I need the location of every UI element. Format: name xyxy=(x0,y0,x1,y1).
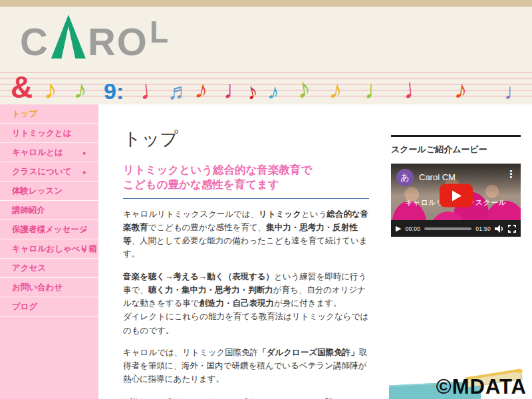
submenu-arrow-icon: ▸ xyxy=(83,149,86,156)
sidebar-item-classes[interactable]: クラスについて ▸ xyxy=(0,162,98,182)
headline-line1: リトミックという総合的な音楽教育で xyxy=(123,162,369,177)
site-header: C R O L xyxy=(0,7,532,63)
video-current-time: 00:00 xyxy=(405,225,420,232)
method-paragraph: 音楽を聴く→考える→動く（表現する）という練習を即時に行う事で、聴く力・集中力・… xyxy=(123,270,369,337)
logo-letter-a-green-triangle xyxy=(51,15,86,59)
sidebar-item-about-carol[interactable]: キャロルとは ▸ xyxy=(0,143,98,162)
youtube-video-embed[interactable]: あ Carol CM ⋮ キャロルリトミックスクール ▶ 00:00 01:50 xyxy=(391,164,521,237)
quarter-note-icon: ♩ xyxy=(364,77,390,102)
sidebar-item-rhythmique[interactable]: リトミックとは xyxy=(0,124,98,143)
music-staff: &♪♪9:♩♬♪♩♪♪♪♪♩♩♪♩ xyxy=(0,63,532,104)
text-segment: 音楽を聴く→考える→動く（表現する） xyxy=(123,272,274,281)
eighth-note-icon: ♪ xyxy=(44,76,57,102)
headline: リトミックという総合的な音楽教育で こどもの豊かな感性を育てます xyxy=(123,162,369,199)
top-border-strip xyxy=(0,0,532,7)
text-segment: 聴く力・集中力・思考力・判断力 xyxy=(148,285,273,295)
method-paragraph-text: 音楽を聴く→考える→動く（表現する）という練習を即時に行う事で、聴く力・集中力・… xyxy=(123,272,366,309)
sidebar-item-label: キャロルとは xyxy=(12,147,63,158)
submenu-arrow-icon: ▸ xyxy=(83,245,86,253)
fullscreen-icon[interactable] xyxy=(508,225,516,233)
map-illustration-fragment: ©MDATA xyxy=(389,356,532,399)
logo-letter-c: C xyxy=(20,25,49,59)
video-menu-icon[interactable]: ⋮ xyxy=(506,168,516,180)
treble-clef-icon: & xyxy=(11,72,33,102)
page: C R O L &♪♪9:♩♬♪♩♪♪♪♪♩♩♪♩ トップ リトミックとは キャ… xyxy=(0,0,532,399)
sidebar-item-trial-lesson[interactable]: 体験レッスン xyxy=(0,182,98,201)
sidebar-item-label: ブログ xyxy=(12,301,37,313)
text-segment: でこどもの豊かな感性を育て、 xyxy=(148,223,267,232)
method-paragraph-line2: ダイレクトにこれらの能力を育てる教育法はリトミックならではのものです。 xyxy=(123,312,368,334)
beamed-notes-icon: ♬ xyxy=(168,80,190,102)
mdata-watermark: ©MDATA xyxy=(436,375,527,399)
eighth-note-icon: ♪ xyxy=(328,76,344,104)
pointing-hand-icon: ☝ xyxy=(123,396,129,399)
logo-letter-r: R xyxy=(88,25,117,59)
sidebar-item-label: 講師紹介 xyxy=(12,205,45,216)
text-segment: キャロルでは、リトミック国際免許 xyxy=(123,348,258,357)
more-info-line: ☝詳しくは「リトミックとは」「キャロルとは」をご覧ください xyxy=(123,396,369,399)
sidebar-item-label: 保護者様メッセージ xyxy=(12,224,88,235)
eighth-note-icon: ♪ xyxy=(193,76,210,103)
text-segment: 「ダルクローズ国際免許」 xyxy=(258,348,358,357)
youtube-play-button[interactable] xyxy=(440,184,473,207)
video-title[interactable]: Carol CM xyxy=(419,172,456,182)
bass-clef-icon: 9: xyxy=(104,80,124,102)
staff-line xyxy=(0,72,532,72)
submenu-arrow-icon: ▸ xyxy=(83,168,86,176)
sidebar-item-parent-messages[interactable]: 保護者様メッセージ ▸ xyxy=(0,220,98,239)
eighth-note-icon: ♪ xyxy=(72,76,88,103)
main-column: トップ リトミックという総合的な音楽教育で こどもの豊かな感性を育てます キャロ… xyxy=(123,127,369,399)
play-triangle-icon xyxy=(452,190,462,201)
logo-letter-l: L xyxy=(150,19,170,45)
instructors-paragraph: キャロルでは、リトミック国際免許「ダルクローズ国際免許」取得者を筆頭に、海外・国… xyxy=(123,346,369,386)
sidebar-item-label: リトミックとは xyxy=(12,128,72,139)
sidebar-item-top[interactable]: トップ xyxy=(0,104,98,124)
carol-logo[interactable]: C R O L xyxy=(20,15,170,59)
video-progress-bar[interactable] xyxy=(424,227,471,230)
sidebar-item-chat-box[interactable]: キャロルおしゃべり箱 ▸ xyxy=(0,239,98,259)
quarter-note-icon: ♩ xyxy=(138,74,168,104)
aside-top-rule xyxy=(391,135,521,137)
sidebar-item-blog[interactable]: ブログ xyxy=(0,297,98,317)
sidebar-item-label: トップ xyxy=(12,108,37,120)
main-content: トップ リトミックという総合的な音楽教育で こどもの豊かな感性を育てます キャロ… xyxy=(98,104,532,399)
video-duration: 01:50 xyxy=(475,225,491,232)
channel-avatar[interactable]: あ xyxy=(396,169,414,186)
sidebar-item-label: クラスについて xyxy=(12,166,72,178)
logo-letter-o: O xyxy=(117,25,148,59)
text-segment: 、人間として必要な能力の備わったこども達を育て続けています。 xyxy=(123,236,367,259)
sidebar-item-label: お問い合わせ xyxy=(12,282,63,293)
sidebar-item-instructors[interactable]: 講師紹介 xyxy=(0,201,98,220)
volume-icon[interactable] xyxy=(495,225,504,233)
text-segment: 創造力・自己表現力 xyxy=(200,299,275,308)
quarter-note-icon: ♩ xyxy=(402,73,432,104)
text-segment: キャロルリトミックスクールでは、 xyxy=(123,209,259,219)
text-segment: リトミック xyxy=(259,209,301,219)
sidebar-item-access[interactable]: アクセス xyxy=(0,259,98,278)
eighth-note-icon: ♪ xyxy=(453,76,469,103)
sidebar-item-label: アクセス xyxy=(12,263,46,274)
text-segment: という xyxy=(301,209,327,219)
sidebar-nav: トップ リトミックとは キャロルとは ▸ クラスについて ▸ 体験レッスン 講師… xyxy=(0,104,98,399)
page-title: トップ xyxy=(123,127,369,151)
half-note-icon: ♩ xyxy=(504,80,527,102)
aside-column: スクールご紹介ムービー あ Carol CM ⋮ キャロルリトミックスクール ▶… xyxy=(391,135,521,237)
video-play-icon[interactable]: ▶ xyxy=(396,224,401,233)
submenu-arrow-icon: ▸ xyxy=(83,226,86,233)
video-controls: ▶ 00:00 01:50 xyxy=(391,220,521,237)
headline-line2: こどもの豊かな感性を育てます xyxy=(123,177,369,192)
intro-paragraph: キャロルリトミックスクールでは、リトミックという総合的な音楽教育でこどもの豊かな… xyxy=(123,207,369,261)
map-building-dot xyxy=(517,369,523,373)
text-segment: が身に付きます。 xyxy=(274,299,341,308)
movie-heading: スクールご紹介ムービー xyxy=(391,144,521,156)
sidebar-item-label: 体験レッスン xyxy=(12,186,63,197)
sidebar-item-contact[interactable]: お問い合わせ xyxy=(0,278,98,297)
